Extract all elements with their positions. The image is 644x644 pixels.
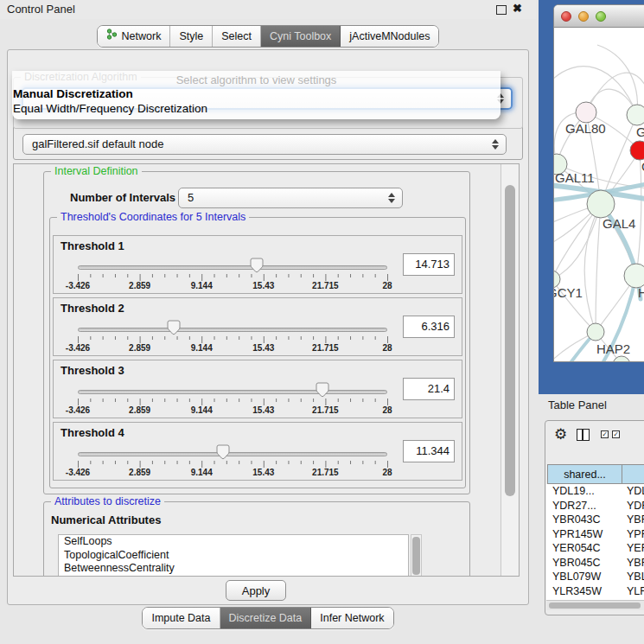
node-label: HAP2: [596, 341, 630, 356]
checkbox-icon[interactable]: ✓: [612, 430, 620, 438]
tick-label: 15.43: [252, 405, 274, 415]
slider-ticks: [78, 399, 389, 406]
tick-label: 15.43: [252, 468, 274, 477]
popup-option-equal-width-frequency[interactable]: Equal Width/Frequency Discretization: [13, 102, 207, 115]
network-node-gal4[interactable]: [587, 190, 615, 218]
threshold-panel: Threshold 4-3.4262.8599.14415.4321.71528…: [53, 422, 462, 481]
network-edge[interactable]: [584, 204, 601, 332]
tab-cyni-toolbox[interactable]: Cyni Toolbox: [261, 26, 341, 47]
network-node-gal80[interactable]: [576, 102, 596, 123]
tick-label: -3.426: [66, 343, 90, 353]
slider-handle[interactable]: [216, 444, 230, 460]
column-header-name[interactable]: na: [622, 464, 644, 484]
slider-handle[interactable]: [167, 320, 181, 335]
cell-shared-name: YDR27...: [552, 499, 596, 513]
tick-label: 2.859: [129, 281, 150, 290]
cell-name: YDL1: [627, 484, 644, 499]
settings-vertical-scrollbar[interactable]: [501, 164, 520, 576]
tick-label: 2.859: [129, 468, 150, 477]
table-row[interactable]: YDR27...YDR2: [546, 499, 644, 513]
combo-arrows-icon: [492, 138, 500, 150]
threshold-label: Threshold 4: [61, 426, 124, 439]
scrollbar-thumb[interactable]: [549, 603, 641, 609]
tab-select[interactable]: Select: [213, 26, 261, 47]
slider-track[interactable]: [78, 265, 387, 270]
tick-label: 9.144: [191, 281, 213, 290]
network-edge[interactable]: [596, 204, 601, 332]
table-row[interactable]: YBL079WYBL0: [546, 570, 644, 584]
slider-handle[interactable]: [250, 258, 264, 273]
checkbox-icon[interactable]: ✓: [601, 430, 609, 438]
tab-network[interactable]: Network: [98, 26, 171, 47]
network-node-ga[interactable]: [627, 105, 644, 125]
list-item[interactable]: TopologicalCoefficient: [59, 549, 408, 563]
table-row[interactable]: YLR345WYLR3: [546, 584, 644, 599]
bottom-tab-infer-network[interactable]: Infer Network: [311, 608, 392, 628]
threshold-label: Threshold 2: [61, 302, 124, 315]
tick-label: 28: [382, 343, 392, 353]
slider-track[interactable]: [78, 328, 387, 332]
network-canvas[interactable]: GAL80GACGAL11GAL4GCY1HHAP2: [554, 28, 644, 362]
interval-definition-group: Interval Definition Number of Intervals …: [43, 171, 470, 494]
table-data-combobox[interactable]: galFiltered.sif default node: [22, 134, 507, 155]
control-panel-titlebar: Control Panel ✖: [0, 0, 536, 19]
minimize-traffic-light-icon[interactable]: [578, 11, 589, 22]
close-traffic-light-icon[interactable]: [561, 11, 571, 22]
threshold-value-field[interactable]: 21.4: [403, 378, 455, 400]
list-item[interactable]: SelfLoops: [59, 535, 408, 549]
threshold-label: Threshold 3: [61, 364, 124, 377]
tick-label: 28: [382, 281, 392, 290]
float-window-icon[interactable]: [496, 5, 507, 15]
number-of-intervals-label: Number of Intervals: [70, 191, 175, 204]
bottom-tab-discretize-data[interactable]: Discretize Data: [220, 608, 312, 628]
popup-option-manual-discretization[interactable]: Manual Discretization: [13, 87, 133, 100]
bottom-tab-impute-data[interactable]: Impute Data: [143, 608, 220, 628]
threshold-value-field[interactable]: 14.713: [403, 253, 455, 276]
bottom-tab-strip: Impute DataDiscretize DataInfer Network: [0, 607, 536, 629]
tick-label: 9.144: [191, 343, 213, 353]
table-row[interactable]: YBR045CYBR0: [546, 556, 644, 571]
attributes-list-scrollbar[interactable]: [411, 534, 422, 577]
slider-track[interactable]: [78, 452, 387, 456]
tick-label: -3.426: [66, 468, 90, 477]
cell-shared-name: YLR345W: [552, 584, 602, 599]
close-icon[interactable]: ✖: [513, 2, 522, 15]
threshold-panel: Threshold 1-3.4262.8599.14415.4321.71528…: [53, 235, 462, 294]
slider-track[interactable]: [78, 390, 387, 394]
tab-jactivemnodules[interactable]: jActiveMNodules: [341, 26, 438, 47]
apply-button[interactable]: Apply: [226, 580, 286, 601]
table-row[interactable]: YDL19...YDL1: [546, 484, 644, 499]
table-horizontal-scrollbar[interactable]: [546, 600, 644, 610]
slider-ticks: [78, 461, 389, 469]
zoom-traffic-light-icon[interactable]: [596, 11, 606, 22]
column-header-shared-name[interactable]: shared...: [547, 464, 622, 484]
table-row[interactable]: YER054CYER0: [546, 541, 644, 556]
network-window-titlebar[interactable]: [554, 5, 644, 28]
cyni-toolbox-panel: Discretization Algorithm Select algorith…: [7, 49, 529, 605]
bottom-tab-label: Discretize Data: [229, 608, 303, 628]
gear-icon[interactable]: ⚙: [554, 425, 567, 443]
table-row[interactable]: YBR043CYBR0: [546, 513, 644, 527]
slider-handle[interactable]: [316, 382, 329, 398]
table-row[interactable]: YPR145WYPR1: [546, 527, 644, 542]
threshold-value-field[interactable]: 11.344: [403, 440, 455, 462]
tick-label: 15.43: [252, 343, 274, 353]
threshold-list: Threshold 1-3.4262.8599.14415.4321.71528…: [53, 235, 462, 484]
slider-ticks: [78, 336, 389, 344]
attributes-group: Attributes to discretize Numerical Attri…: [43, 501, 470, 577]
number-of-intervals-combobox[interactable]: 5: [178, 188, 403, 208]
tick-label: -3.426: [66, 405, 90, 415]
network-node-h[interactable]: [624, 264, 644, 288]
cell-name: YBL0: [627, 570, 644, 584]
scrollbar-thumb[interactable]: [505, 185, 515, 496]
tab-style[interactable]: Style: [170, 26, 213, 47]
slider-ticks: [78, 274, 389, 282]
network-node-hap2[interactable]: [587, 323, 604, 341]
scrollbar-thumb[interactable]: [412, 537, 420, 575]
threshold-value-field[interactable]: 6.316: [403, 316, 455, 338]
list-item[interactable]: BetweennessCentrality: [59, 562, 408, 576]
split-columns-icon[interactable]: [577, 429, 590, 441]
node-label: GCY1: [554, 285, 583, 300]
table-panel: ⚙ ✓ ✓ shared... na YDL19...YDL1YDR27...Y…: [545, 420, 644, 615]
tab-strip: Impute DataDiscretize DataInfer Network: [142, 607, 393, 629]
